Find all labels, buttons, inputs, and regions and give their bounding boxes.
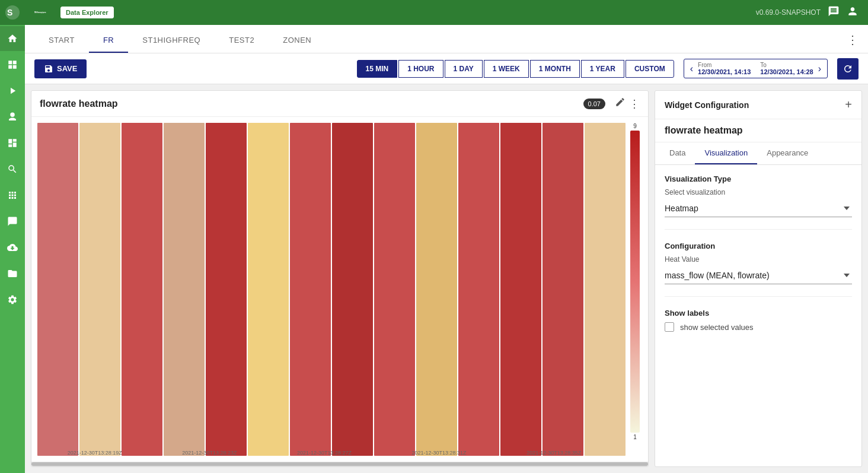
tab-zonen[interactable]: ZONEN bbox=[269, 28, 326, 53]
date-range-dates: From 12/30/2021, 14:13 To 12/30/2021, 14… bbox=[698, 62, 813, 75]
widget-body: 9 1 2021-12-30T13:28:19Z 2021-12-30T13:2… bbox=[31, 117, 648, 462]
sidebar-item-settings[interactable] bbox=[0, 287, 25, 312]
sidebar-item-explore[interactable] bbox=[0, 131, 25, 155]
configuration-section: Configuration Heat Value mass_flow (MEAN… bbox=[665, 242, 852, 284]
config-divider-1 bbox=[665, 229, 852, 230]
time-btn-1month[interactable]: 1 MONTH bbox=[530, 60, 580, 78]
visualization-type-label: Visualization Type bbox=[665, 174, 852, 183]
time-btn-15min[interactable]: 15 MIN bbox=[357, 60, 398, 78]
tab-st1highfreq[interactable]: ST1HIGHFREQ bbox=[128, 28, 215, 53]
sidebar-logo: S bbox=[0, 0, 25, 25]
date-to-field: To 12/30/2021, 14:28 bbox=[760, 62, 813, 75]
show-labels-text: show selected values bbox=[680, 323, 754, 332]
heatmap-widget: flowrate heatmap 0.07 ⋮ bbox=[31, 90, 649, 467]
heatmap-col-10 bbox=[416, 123, 457, 456]
widget-scrollbar[interactable] bbox=[31, 462, 648, 466]
sidebar-item-apps[interactable] bbox=[0, 183, 25, 208]
sidebar-item-download[interactable] bbox=[0, 235, 25, 260]
streampipes-logo-svg: apache Streampipes bbox=[34, 3, 53, 22]
config-panel: Widget Configuration + flowrate heatmap … bbox=[655, 90, 862, 467]
heatmap-col-1 bbox=[37, 123, 78, 456]
sidebar-item-pipeline[interactable] bbox=[0, 78, 25, 103]
x-label-3: 2021-12-30T13:28:27Z bbox=[297, 450, 352, 456]
account-icon[interactable] bbox=[847, 5, 859, 20]
refresh-icon bbox=[843, 64, 853, 74]
tabbar: START FR ST1HIGHFREQ TEST2 ZONEN ⋮ bbox=[25, 25, 868, 53]
heatmap-col-6 bbox=[248, 123, 289, 456]
sidebar-item-messages[interactable] bbox=[0, 209, 25, 234]
time-range-buttons: 15 MIN 1 HOUR 1 DAY 1 WEEK 1 MONTH 1 YEA… bbox=[357, 60, 674, 78]
heatmap-col-4 bbox=[164, 123, 205, 456]
heatmap-col-12 bbox=[500, 123, 541, 456]
time-btn-1hour[interactable]: 1 HOUR bbox=[398, 60, 443, 78]
show-labels-label: Show labels bbox=[665, 309, 852, 318]
show-labels-row: show selected values bbox=[665, 322, 852, 332]
date-range-picker[interactable]: ‹ From 12/30/2021, 14:13 To 12/30/2021, … bbox=[684, 59, 828, 78]
x-label-4: 2021-12-30T13:28:31Z bbox=[412, 450, 467, 456]
data-explorer-badge: Data Explorer bbox=[60, 7, 114, 18]
tab-start[interactable]: START bbox=[34, 28, 89, 53]
sidebar-item-alert[interactable] bbox=[0, 104, 25, 129]
config-panel-title: Widget Configuration bbox=[665, 100, 845, 110]
sidebar-item-files[interactable] bbox=[0, 261, 25, 286]
svg-text:S: S bbox=[7, 8, 12, 17]
topbar: apache Streampipes Data Explorer v0.69.0… bbox=[25, 0, 868, 25]
visualization-type-select[interactable]: Heatmap bbox=[665, 200, 852, 217]
time-btn-custom[interactable]: CUSTOM bbox=[626, 60, 674, 78]
widget-title: flowrate heatmap bbox=[40, 99, 583, 109]
svg-text:Streampipes: Streampipes bbox=[34, 11, 46, 14]
date-range-prev[interactable]: ‹ bbox=[690, 64, 693, 74]
heatmap-col-7 bbox=[290, 123, 331, 456]
widget-edit-icon[interactable] bbox=[615, 97, 626, 110]
widget-scrollbar-thumb bbox=[31, 462, 648, 466]
time-btn-1year[interactable]: 1 YEAR bbox=[581, 60, 624, 78]
legend-max-label: 9 bbox=[633, 123, 637, 129]
time-btn-1day[interactable]: 1 DAY bbox=[445, 60, 483, 78]
tab-test2[interactable]: TEST2 bbox=[215, 28, 269, 53]
config-widget-name: flowrate heatmap bbox=[655, 119, 861, 142]
content-area: flowrate heatmap 0.07 ⋮ bbox=[25, 84, 868, 473]
date-range-next[interactable]: › bbox=[818, 64, 821, 74]
tab-fr[interactable]: FR bbox=[89, 28, 128, 53]
sidebar: S bbox=[0, 0, 25, 473]
config-tab-appearance[interactable]: Appearance bbox=[757, 142, 818, 164]
visualization-type-section: Visualization Type Select visualization … bbox=[665, 174, 852, 217]
date-from-value: 12/30/2021, 14:13 bbox=[698, 68, 751, 75]
x-label-2: 2021-12-30T13:28:23Z bbox=[182, 450, 237, 456]
config-divider-2 bbox=[665, 296, 852, 297]
heatmap-chart bbox=[37, 123, 626, 456]
x-label-1: 2021-12-30T13:28:19Z bbox=[68, 450, 122, 456]
heat-value-select[interactable]: mass_flow (MEAN, flowrate) bbox=[665, 267, 852, 284]
logo-icon: S bbox=[4, 4, 21, 21]
sidebar-item-dashboard[interactable] bbox=[0, 52, 25, 77]
refresh-button[interactable] bbox=[837, 58, 859, 80]
widget-value-badge: 0.07 bbox=[583, 99, 605, 109]
app-logo: apache Streampipes bbox=[34, 3, 53, 22]
save-button[interactable]: SAVE bbox=[34, 59, 87, 78]
configuration-label: Configuration bbox=[665, 242, 852, 250]
notifications-icon[interactable] bbox=[828, 5, 840, 20]
config-tab-data[interactable]: Data bbox=[660, 142, 695, 164]
date-to-value: 12/30/2021, 14:28 bbox=[760, 68, 813, 75]
time-btn-1week[interactable]: 1 WEEK bbox=[484, 60, 529, 78]
main-content: apache Streampipes Data Explorer v0.69.0… bbox=[25, 0, 868, 473]
heatmap-col-14 bbox=[585, 123, 626, 456]
topbar-right: v0.69.0-SNAPSHOT bbox=[756, 5, 859, 20]
show-labels-checkbox[interactable] bbox=[665, 322, 674, 332]
save-icon bbox=[44, 64, 53, 74]
heatmap-col-5 bbox=[206, 123, 247, 456]
heatmap-col-2 bbox=[79, 123, 120, 456]
config-header: Widget Configuration + bbox=[655, 91, 861, 119]
heatmap-container: 9 1 2021-12-30T13:28:19Z 2021-12-30T13:2… bbox=[37, 123, 642, 456]
date-from-field: From 12/30/2021, 14:13 bbox=[698, 62, 751, 75]
widget-header: flowrate heatmap 0.07 ⋮ bbox=[31, 91, 648, 117]
widget-menu-icon[interactable]: ⋮ bbox=[629, 97, 640, 110]
tabbar-more-icon[interactable]: ⋮ bbox=[847, 33, 859, 47]
heatmap-col-8 bbox=[332, 123, 373, 456]
config-add-icon[interactable]: + bbox=[845, 98, 852, 112]
heatmap-xaxis: 2021-12-30T13:28:19Z 2021-12-30T13:28:23… bbox=[37, 447, 626, 456]
sidebar-item-home[interactable] bbox=[0, 26, 25, 51]
config-tab-visualization[interactable]: Visualization bbox=[695, 142, 757, 164]
sidebar-item-search[interactable] bbox=[0, 157, 25, 182]
config-tabs: Data Visualization Appearance bbox=[655, 142, 861, 165]
